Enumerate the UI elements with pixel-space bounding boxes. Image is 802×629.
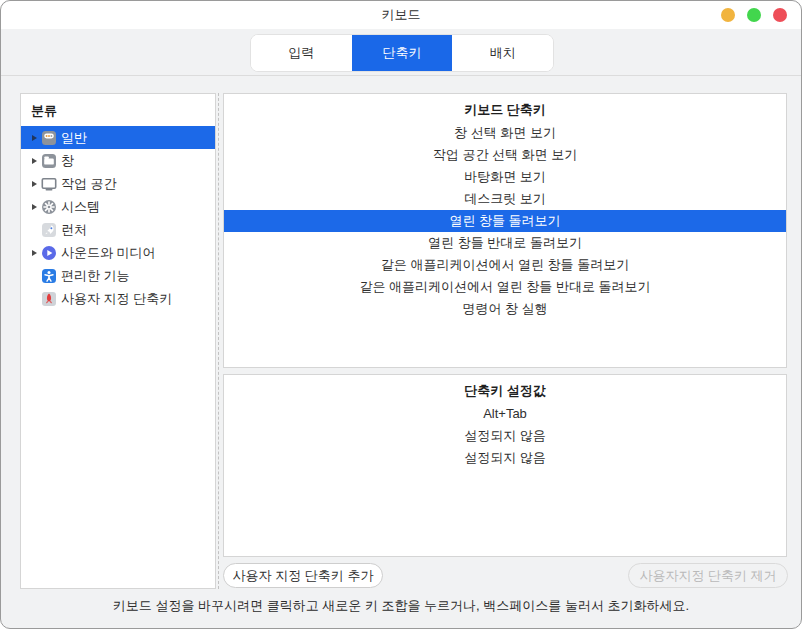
sidebar-item-sound-media[interactable]: 사운드와 미디어 <box>21 241 215 264</box>
maximize-button[interactable] <box>747 8 761 22</box>
expand-spacer <box>28 218 41 241</box>
sidebar-item-launcher[interactable]: 런처 <box>21 218 215 241</box>
shortcut-item[interactable]: 열린 창들 반대로 돌려보기 <box>224 232 786 254</box>
sidebar-item-system[interactable]: 시스템 <box>21 195 215 218</box>
shortcut-item-selected[interactable]: 열린 창들 돌려보기 <box>224 210 786 232</box>
shortcut-item[interactable]: 창 선택 화면 보기 <box>224 122 786 144</box>
sidebar-item-label: 시스템 <box>61 198 100 216</box>
system-gear-icon <box>41 199 57 215</box>
accessibility-icon <box>41 268 57 284</box>
media-play-icon <box>41 245 57 261</box>
shortcut-item[interactable]: 같은 애플리케이션에서 열린 창들 반대로 돌려보기 <box>224 276 786 298</box>
keyboard-icon <box>41 130 57 146</box>
shortcut-item[interactable]: 같은 애플리케이션에서 열린 창들 돌려보기 <box>224 254 786 276</box>
expand-arrow-icon[interactable] <box>28 172 41 195</box>
minimize-button[interactable] <box>721 8 735 22</box>
sidebar-item-general[interactable]: 일반 <box>21 126 215 149</box>
sidebar-item-accessibility[interactable]: 편리한 기능 <box>21 264 215 287</box>
shortcut-value-item[interactable]: 설정되지 않음 <box>224 425 786 447</box>
close-button[interactable] <box>773 8 787 22</box>
sidebar-item-label: 런처 <box>61 221 87 239</box>
add-custom-shortcut-button[interactable]: 사용자 지정 단축키 추가 <box>223 563 383 588</box>
window-icon <box>41 153 57 169</box>
expand-arrow-icon[interactable] <box>28 241 41 264</box>
panel-splitter[interactable] <box>218 93 219 589</box>
shortcut-value-item[interactable]: 설정되지 않음 <box>224 447 786 469</box>
expand-spacer <box>28 264 41 287</box>
shortcut-item[interactable]: 데스크릿 보기 <box>224 188 786 210</box>
sidebar-item-label: 편리한 기능 <box>61 267 130 285</box>
tab-shortcuts[interactable]: 단축키 <box>352 35 453 71</box>
workspace-icon <box>41 176 57 192</box>
tab-layout[interactable]: 배치 <box>452 35 553 71</box>
window-controls <box>721 8 787 22</box>
category-panel: 분류 일반 창 작업 공간 시스템 <box>20 93 216 589</box>
window-title: 키보드 <box>1 1 801 29</box>
tab-bar: 입력 단축키 배치 <box>1 29 801 76</box>
tab-input[interactable]: 입력 <box>251 35 352 71</box>
category-header: 분류 <box>21 94 215 126</box>
custom-shortcut-rocket-icon <box>41 291 57 307</box>
sidebar-item-label: 사용자 지정 단축키 <box>61 290 172 308</box>
sidebar-item-workspace[interactable]: 작업 공간 <box>21 172 215 195</box>
expand-arrow-icon[interactable] <box>28 195 41 218</box>
sidebar-item-window[interactable]: 창 <box>21 149 215 172</box>
launcher-rocket-icon <box>41 222 57 238</box>
shortcut-value-header: 단축키 설정값 <box>224 379 786 403</box>
sidebar-item-label: 창 <box>61 152 74 170</box>
keyboard-settings-window: 키보드 입력 단축키 배치 분류 일반 창 <box>0 0 802 629</box>
sidebar-item-label: 사운드와 미디어 <box>61 244 156 262</box>
remove-custom-shortcut-button: 사용자지정 단축키 제거 <box>628 563 788 588</box>
sidebar-item-label: 작업 공간 <box>61 175 117 193</box>
shortcut-value-panel: 단축키 설정값 Alt+Tab 설정되지 않음 설정되지 않음 <box>223 374 787 557</box>
expand-arrow-icon[interactable] <box>28 126 41 149</box>
sidebar-item-custom-shortcuts[interactable]: 사용자 지정 단축키 <box>21 287 215 310</box>
shortcut-list-panel: 키보드 단축키 창 선택 화면 보기 작업 공간 선택 화면 보기 바탕화면 보… <box>223 93 787 368</box>
shortcut-item[interactable]: 명령어 창 실행 <box>224 298 786 320</box>
titlebar[interactable]: 키보드 <box>1 1 801 29</box>
shortcut-list-header: 키보드 단축키 <box>224 98 786 122</box>
expand-arrow-icon[interactable] <box>28 149 41 172</box>
hint-text: 키보드 설정을 바꾸시려면 클릭하고 새로운 키 조합을 누르거나, 백스페이스… <box>1 597 801 615</box>
shortcut-item[interactable]: 바탕화면 보기 <box>224 166 786 188</box>
shortcut-value-item[interactable]: Alt+Tab <box>224 403 786 425</box>
tab-segmented-control: 입력 단축키 배치 <box>250 34 554 72</box>
shortcut-item[interactable]: 작업 공간 선택 화면 보기 <box>224 144 786 166</box>
expand-spacer <box>28 287 41 310</box>
sidebar-item-label: 일반 <box>61 129 87 147</box>
